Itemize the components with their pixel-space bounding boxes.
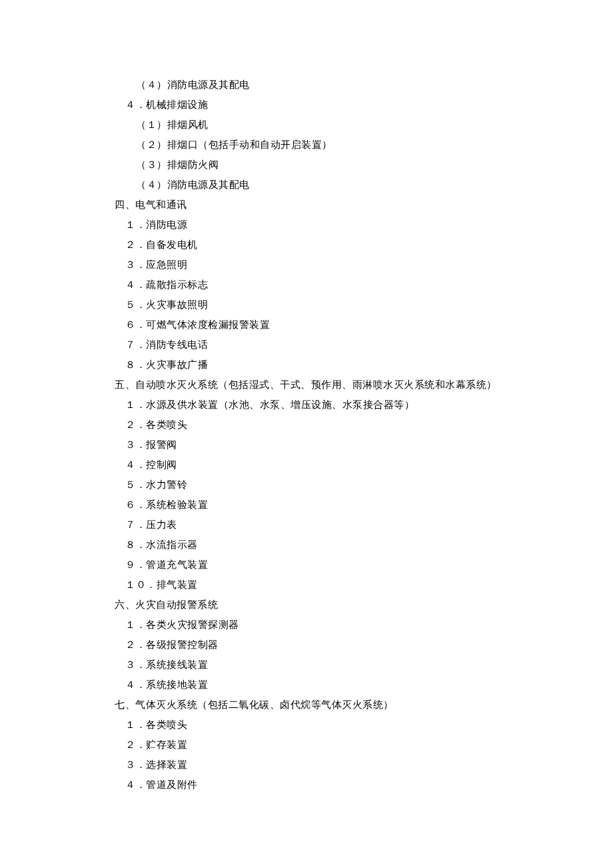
document-line: ７．压力表	[115, 515, 546, 535]
document-line: ４．管道及附件	[115, 775, 546, 795]
document-line: ７．消防专线电话	[115, 335, 546, 355]
document-line: ４．控制阀	[115, 455, 546, 475]
document-line: （４）消防电源及其配电	[115, 75, 546, 95]
document-body: （４）消防电源及其配电４．机械排烟设施（１）排烟风机（２）排烟口（包括手动和自动…	[115, 75, 546, 795]
document-line: ８．火灾事故广播	[115, 355, 546, 375]
document-line: ５．火灾事故照明	[115, 295, 546, 315]
document-line: （１）排烟风机	[115, 115, 546, 135]
document-line: ９．管道充气装置	[115, 555, 546, 575]
document-line: １０．排气装置	[115, 575, 546, 595]
document-line: ２．贮存装置	[115, 735, 546, 755]
document-line: ４．系统接地装置	[115, 675, 546, 695]
document-line: 七、气体灭火系统（包括二氧化碳、卤代烷等气体灭火系统）	[115, 695, 546, 715]
document-line: 五、自动喷水灭火系统（包括湿式、干式、预作用、雨淋喷水灭火系统和水幕系统）	[115, 375, 546, 395]
document-line: （２）排烟口（包括手动和自动开启装置）	[115, 135, 546, 155]
document-line: １．水源及供水装置（水池、水泵、增压设施、水泵接合器等）	[115, 395, 546, 415]
document-line: （３）排烟防火阀	[115, 155, 546, 175]
document-line: １．各类喷头	[115, 715, 546, 735]
document-line: ４．机械排烟设施	[115, 95, 546, 115]
document-line: 六、火灾自动报警系统	[115, 595, 546, 615]
document-line: 四、电气和通讯	[115, 195, 546, 215]
document-line: ２．自备发电机	[115, 235, 546, 255]
document-line: ３．报警阀	[115, 435, 546, 455]
document-line: ２．各级报警控制器	[115, 635, 546, 655]
document-line: ８．水流指示器	[115, 535, 546, 555]
document-line: ２．各类喷头	[115, 415, 546, 435]
document-line: ３．系统接线装置	[115, 655, 546, 675]
document-line: １．各类火灾报警探测器	[115, 615, 546, 635]
document-line: ３．应急照明	[115, 255, 546, 275]
document-line: （４）消防电源及其配电	[115, 175, 546, 195]
document-line: ４．疏散指示标志	[115, 275, 546, 295]
document-line: ６．可燃气体浓度检漏报警装置	[115, 315, 546, 335]
document-line: ６．系统检验装置	[115, 495, 546, 515]
document-line: １．消防电源	[115, 215, 546, 235]
document-line: ３．选择装置	[115, 755, 546, 775]
document-line: ５．水力警铃	[115, 475, 546, 495]
